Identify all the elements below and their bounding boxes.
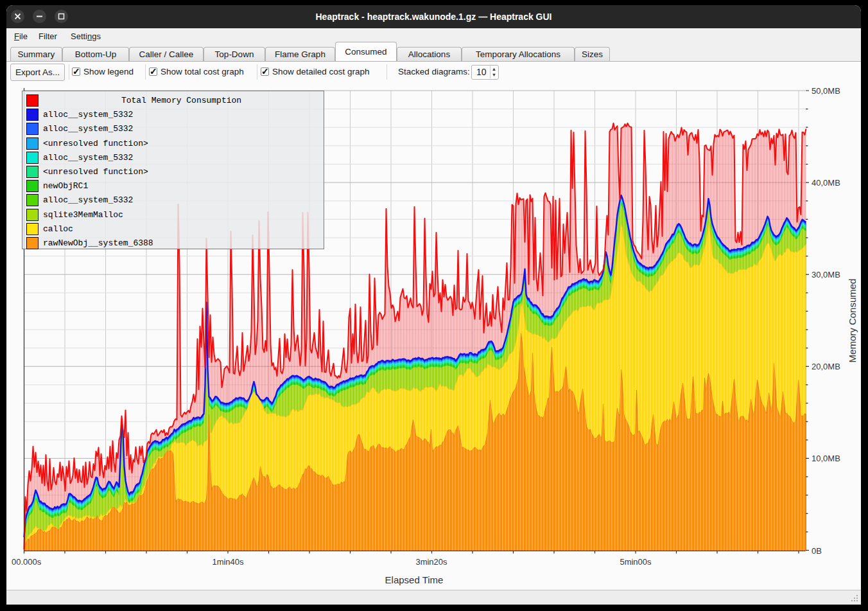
svg-text:0B: 0B <box>812 546 822 556</box>
svg-text:1min40s: 1min40s <box>212 557 244 567</box>
svg-text:40,0MB: 40,0MB <box>812 178 840 188</box>
svg-text:10,0MB: 10,0MB <box>812 454 840 463</box>
svg-text:Memory Consumed: Memory Consumed <box>847 279 858 363</box>
svg-text:5min00s: 5min00s <box>620 557 652 567</box>
svg-text:20,0MB: 20,0MB <box>812 362 840 371</box>
svg-text:3min20s: 3min20s <box>415 557 447 567</box>
svg-text:Elapsed Time: Elapsed Time <box>385 574 444 585</box>
svg-text:30,0MB: 30,0MB <box>812 270 840 279</box>
svg-text:00.000s: 00.000s <box>12 557 42 567</box>
svg-text:50,0MB: 50,0MB <box>812 86 840 96</box>
